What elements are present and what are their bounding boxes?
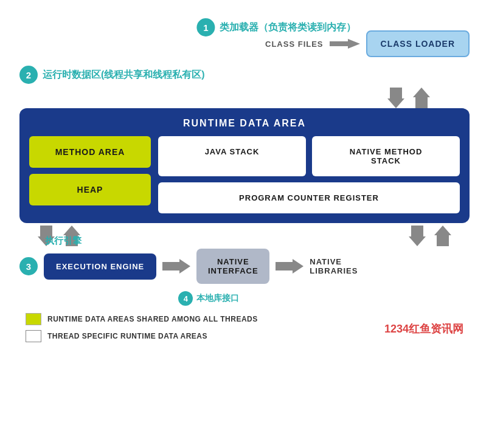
class-loader-box: CLASS LOADER (366, 30, 470, 57)
arrow-to-native-interface (162, 259, 190, 274)
annotation-2-label: 运行时数据区(线程共享和线程私有区) (43, 69, 205, 81)
arrow-down-3 (409, 226, 426, 246)
native-interface-section: NATIVEINTERFACE 4 本地库接口 (196, 249, 269, 284)
class-files-label: CLASS FILES (265, 40, 324, 49)
annotation-4-label: 本地库接口 (196, 293, 239, 304)
execution-row: 3 EXECUTION ENGINE NATIVEINTERFACE 4 本地库… (19, 249, 470, 284)
method-area-box: METHOD AREA (29, 136, 151, 168)
native-interface-box: NATIVEINTERFACE (196, 249, 269, 284)
runtime-title: RUNTIME DATA AREA (29, 118, 460, 129)
diagram-container: 1 类加载器（负责将类读到内存） CLASS FILES CLASS LOADE… (13, 12, 476, 348)
main-layout: 1 类加载器（负责将类读到内存） CLASS FILES CLASS LOADE… (19, 18, 470, 342)
execution-section: 执行引擎 3 EXECUTION ENGINE NATIVEINTERFACE … (19, 249, 470, 284)
legend-text-2: THREAD SPECIFIC RUNTIME DATA AREAS (47, 332, 207, 340)
native-libraries-label: NATIVELIBRARIES (310, 257, 358, 275)
thread-specific-col: JAVA STACK NATIVE METHODSTACK PROGRAM CO… (158, 136, 460, 213)
program-counter-box: PROGRAM COUNTER REGISTER (158, 182, 460, 213)
top-right-row: JAVA STACK NATIVE METHODSTACK (158, 136, 460, 176)
arrow-to-native-libs (276, 259, 303, 274)
annotation-4: 4 本地库接口 (178, 291, 239, 306)
heap-box: HEAP (29, 174, 151, 205)
arrow-up-1 (413, 88, 430, 108)
native-method-stack-box: NATIVE METHODSTACK (312, 136, 460, 176)
runtime-data-area: RUNTIME DATA AREA METHOD AREA HEAP JAVA … (19, 108, 470, 223)
arrow-down-1 (387, 88, 404, 108)
legend-green-box (26, 313, 41, 325)
circle-4: 4 (178, 291, 193, 306)
shared-col: METHOD AREA HEAP (29, 136, 151, 213)
java-stack-box: JAVA STACK (158, 136, 306, 176)
class-files-row: CLASS FILES CLASS LOADER (265, 30, 470, 57)
watermark: 1234红鱼资讯网 (384, 322, 463, 336)
right-arrows (409, 226, 451, 246)
svg-marker-0 (330, 39, 360, 49)
legend-text-1: RUNTIME DATA AREAS SHARED AMONG ALL THRE… (47, 315, 258, 323)
exec-engine-chinese-label: 执行引擎 (45, 235, 82, 247)
middle-arrows (19, 223, 470, 249)
legend-white-box (26, 330, 41, 342)
top-vertical-arrows (19, 88, 470, 108)
annotation-2: 2 运行时数据区(线程共享和线程私有区) (19, 66, 470, 84)
runtime-inner: METHOD AREA HEAP JAVA STACK NATIVE METHO… (29, 136, 460, 213)
circle-1: 1 (196, 18, 215, 36)
circle-3: 3 (19, 257, 38, 275)
circle-2: 2 (19, 66, 38, 84)
execution-engine-box: EXECUTION ENGINE (44, 253, 156, 280)
arrow-up-3 (434, 226, 451, 246)
arrow-to-classloader (330, 38, 360, 50)
bottom-right-row: PROGRAM COUNTER REGISTER (158, 182, 460, 213)
